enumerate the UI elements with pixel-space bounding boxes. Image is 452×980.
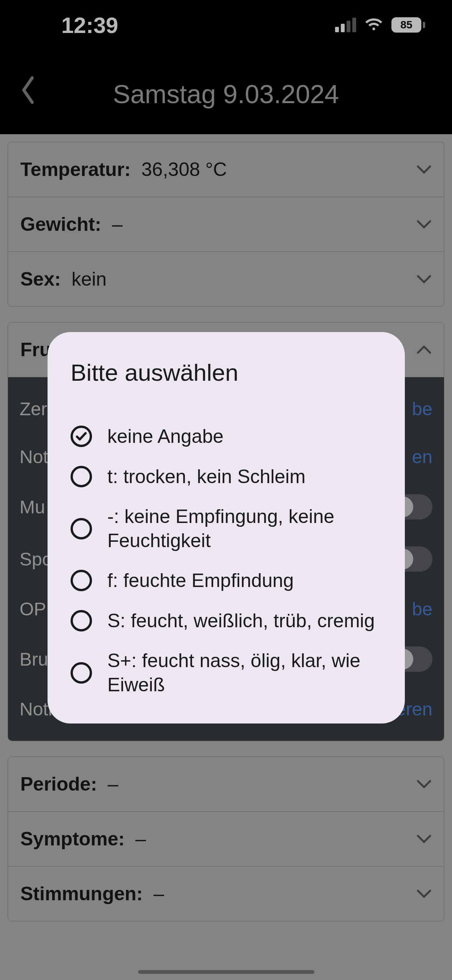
select-modal: Bitte auswählen keine Angabe t: trocken,…	[48, 332, 405, 723]
radio-unchecked-icon	[71, 466, 92, 487]
radio-unchecked-icon	[71, 662, 92, 684]
option-label: f: feuchte Empfindung	[107, 569, 294, 593]
option-keine-empfindung[interactable]: -: keine Empfingung, keine Feuchtigkeit	[71, 505, 382, 552]
option-feucht[interactable]: f: feuchte Empfindung	[71, 569, 382, 593]
radio-unchecked-icon	[71, 518, 92, 539]
option-s-plus[interactable]: S+: feucht nass, ölig, klar, wie Eiweiß	[71, 649, 382, 697]
option-label: S: feucht, weißlich, trüb, cremig	[107, 609, 375, 633]
option-label: keine Angabe	[107, 424, 224, 449]
option-keine-angabe[interactable]: keine Angabe	[71, 424, 382, 449]
option-trocken[interactable]: t: trocken, kein Schleim	[71, 465, 382, 489]
option-label: -: keine Empfingung, keine Feuchtigkeit	[107, 505, 382, 552]
radio-unchecked-icon	[71, 570, 92, 591]
modal-title: Bitte auswählen	[71, 359, 382, 386]
radio-unchecked-icon	[71, 610, 92, 631]
option-label: t: trocken, kein Schleim	[107, 465, 306, 489]
radio-checked-icon	[71, 426, 92, 447]
home-indicator[interactable]	[138, 970, 314, 974]
option-label: S+: feucht nass, ölig, klar, wie Eiweiß	[107, 649, 382, 697]
option-s[interactable]: S: feucht, weißlich, trüb, cremig	[71, 609, 382, 633]
